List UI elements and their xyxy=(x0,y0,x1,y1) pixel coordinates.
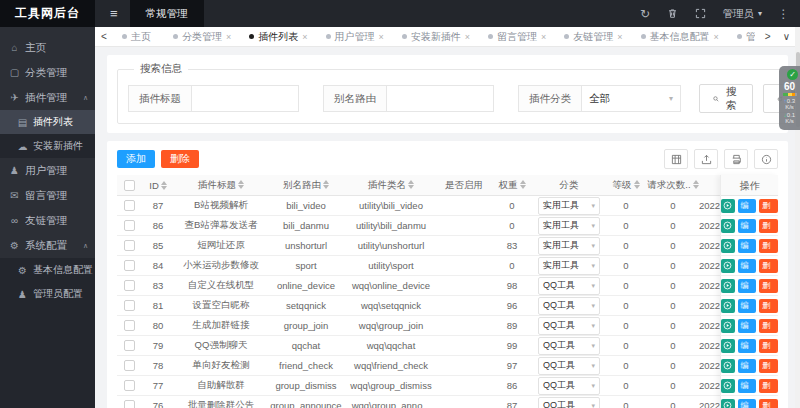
sidebar-item-basic-info[interactable]: ⚙ 基本信息配置 xyxy=(0,258,95,282)
delete-button[interactable]: 删除 xyxy=(759,219,778,233)
delete-button[interactable]: 删除 xyxy=(759,239,778,253)
print-icon[interactable] xyxy=(724,149,748,169)
delete-button[interactable]: 删除 xyxy=(759,199,778,213)
export-icon[interactable] xyxy=(694,149,718,169)
col-header-id[interactable]: ID xyxy=(141,180,175,191)
enable-toggle[interactable]: 启用 xyxy=(437,198,491,213)
refresh-icon[interactable]: ↻ xyxy=(638,7,651,20)
more-icon[interactable]: ⋮ xyxy=(777,7,790,20)
tabs-menu-icon[interactable]: ∨ xyxy=(783,31,790,42)
sidebar-item-users[interactable]: ♟ 用户管理 xyxy=(0,158,95,183)
delete-button[interactable]: 删除 xyxy=(759,259,778,273)
row-category-select[interactable]: 实用工具 ▾ xyxy=(538,197,600,215)
delete-button[interactable]: 删除 xyxy=(759,399,778,408)
page-tab[interactable]: 用户管理 × xyxy=(317,27,393,47)
add-button[interactable]: 添加 xyxy=(117,150,155,168)
page-tab[interactable]: 留言管理 × xyxy=(479,27,555,47)
run-button[interactable] xyxy=(721,299,735,313)
enable-toggle[interactable]: 启用 xyxy=(437,398,491,408)
row-checkbox[interactable] xyxy=(124,400,135,408)
edit-button[interactable]: 编辑 xyxy=(738,379,757,393)
row-checkbox[interactable] xyxy=(124,340,135,351)
delete-button[interactable]: 删除 xyxy=(759,279,778,293)
sidebar-item-links[interactable]: ∞ 友链管理 xyxy=(0,208,95,233)
close-icon[interactable]: × xyxy=(226,32,231,42)
sidebar-item-install-plugin[interactable]: ☁ 安装新插件 xyxy=(0,134,95,158)
page-tab[interactable]: 安装新插件 × xyxy=(393,27,479,47)
run-button[interactable] xyxy=(721,339,735,353)
sidebar-item-plugin-list[interactable]: ▤ 插件列表 xyxy=(0,110,95,134)
run-button[interactable] xyxy=(721,199,735,213)
row-category-select[interactable]: 实用工具 ▾ xyxy=(538,257,600,275)
run-button[interactable] xyxy=(721,379,735,393)
close-icon[interactable]: × xyxy=(617,32,622,42)
col-header-class[interactable]: 插件类名 xyxy=(345,179,437,192)
category-select[interactable]: 全部 ▾ xyxy=(581,85,681,112)
row-checkbox[interactable] xyxy=(124,360,135,371)
edit-button[interactable]: 编辑 xyxy=(738,339,757,353)
run-button[interactable] xyxy=(721,259,735,273)
row-checkbox[interactable] xyxy=(124,200,135,211)
info-icon[interactable] xyxy=(754,149,778,169)
page-tab[interactable]: 分类管理 × xyxy=(164,27,240,47)
delete-button[interactable]: 删除 xyxy=(759,379,778,393)
close-icon[interactable]: × xyxy=(302,32,307,42)
tabs-scroll-left[interactable]: < xyxy=(95,31,113,42)
row-category-select[interactable]: QQ工具 ▾ xyxy=(538,377,600,395)
run-button[interactable] xyxy=(721,219,735,233)
sidebar-item-admin-config[interactable]: ♟ 管理员配置 xyxy=(0,282,95,306)
menu-toggle-icon[interactable]: ≡ xyxy=(110,6,118,21)
edit-button[interactable]: 编辑 xyxy=(738,279,757,293)
row-category-select[interactable]: 实用工具 ▾ xyxy=(538,217,600,235)
edit-button[interactable]: 编辑 xyxy=(738,319,757,333)
edit-button[interactable]: 编辑 xyxy=(738,219,757,233)
alias-input[interactable] xyxy=(386,85,494,112)
batch-delete-button[interactable]: 删除 xyxy=(161,150,199,168)
sidebar-item-system[interactable]: ⚙ 系统配置 ∧ xyxy=(0,233,95,258)
sidebar-item-plugins[interactable]: ✈ 插件管理 ∧ xyxy=(0,85,95,110)
extension-overlay-widget[interactable]: ✓ 60 ↑0.3K/s ↓0.1K/s xyxy=(779,66,800,130)
enable-toggle[interactable]: 启用 xyxy=(437,298,491,313)
col-header-weight[interactable]: 权重 xyxy=(491,179,533,192)
delete-button[interactable]: 删除 xyxy=(759,359,778,373)
clear-cache-icon[interactable] xyxy=(666,7,679,20)
row-checkbox[interactable] xyxy=(124,260,135,271)
edit-button[interactable]: 编辑 xyxy=(738,399,757,408)
sidebar-item-category[interactable]: ▢ 分类管理 xyxy=(0,60,95,85)
row-checkbox[interactable] xyxy=(124,240,135,251)
row-category-select[interactable]: QQ工具 ▾ xyxy=(538,277,600,295)
fullscreen-icon[interactable] xyxy=(694,7,707,20)
col-header-level[interactable]: 等级 xyxy=(605,179,647,192)
edit-button[interactable]: 编辑 xyxy=(738,299,757,313)
row-category-select[interactable]: 实用工具 ▾ xyxy=(538,237,600,255)
close-icon[interactable]: × xyxy=(541,32,546,42)
col-header-alias[interactable]: 别名路由 xyxy=(267,179,345,192)
run-button[interactable] xyxy=(721,399,735,408)
page-tab[interactable]: 基本信息配置 × xyxy=(632,27,728,47)
enable-toggle[interactable]: 启用 xyxy=(437,318,491,333)
run-button[interactable] xyxy=(721,319,735,333)
enable-toggle[interactable]: 启用 xyxy=(437,278,491,293)
row-checkbox[interactable] xyxy=(124,300,135,311)
select-all-checkbox[interactable] xyxy=(124,180,135,191)
row-checkbox[interactable] xyxy=(124,220,135,231)
enable-toggle[interactable]: 启用 xyxy=(437,258,491,273)
top-nav-tab[interactable]: 常规管理 xyxy=(130,0,204,27)
enable-toggle[interactable]: 启用 xyxy=(437,378,491,393)
run-button[interactable] xyxy=(721,359,735,373)
search-button[interactable]: 搜 索 xyxy=(699,84,753,113)
col-header-requests[interactable]: 请求次数.. xyxy=(647,179,699,192)
row-category-select[interactable]: QQ工具 ▾ xyxy=(538,337,600,355)
edit-button[interactable]: 编辑 xyxy=(738,259,757,273)
title-input[interactable] xyxy=(191,85,299,112)
enable-toggle[interactable]: 启用 xyxy=(437,358,491,373)
row-category-select[interactable]: QQ工具 ▾ xyxy=(538,297,600,315)
enable-toggle[interactable]: 启用 xyxy=(437,238,491,253)
delete-button[interactable]: 删除 xyxy=(759,339,778,353)
columns-icon[interactable] xyxy=(664,149,688,169)
close-icon[interactable]: × xyxy=(465,32,470,42)
enable-toggle[interactable]: 启用 xyxy=(437,338,491,353)
close-icon[interactable]: × xyxy=(379,32,384,42)
edit-button[interactable]: 编辑 xyxy=(738,199,757,213)
row-category-select[interactable]: QQ工具 ▾ xyxy=(538,317,600,335)
